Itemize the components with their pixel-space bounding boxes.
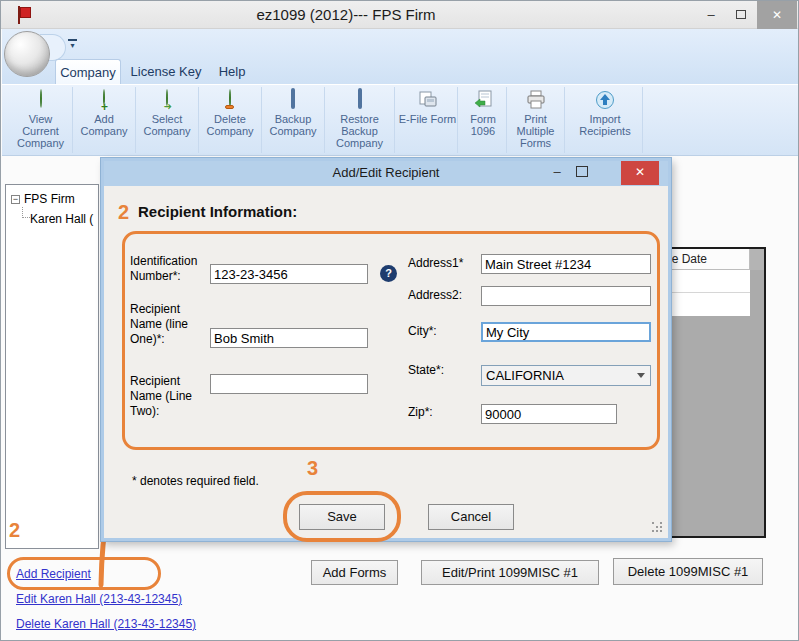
grid-column-header[interactable]: le Date xyxy=(666,249,750,270)
state-select[interactable]: CALIFORNIA xyxy=(481,365,651,386)
add-company-button[interactable]: + Add Company xyxy=(73,87,136,153)
recipient-name-two-input[interactable] xyxy=(210,374,368,394)
floppy-disk-icon xyxy=(283,90,303,110)
tree-node-fps-firm[interactable]: −FPS Firm xyxy=(11,192,75,206)
identification-number-input[interactable] xyxy=(210,264,368,284)
maximize-button[interactable] xyxy=(727,1,755,29)
efile-form-button[interactable]: E-File Form xyxy=(398,87,458,153)
form-arrow-icon xyxy=(473,90,493,110)
tree-node-karen-hall[interactable]: Karen Hall ( xyxy=(30,212,93,226)
dialog-title-bar: Add/Edit Recipient – ✕ xyxy=(104,161,668,186)
resize-grip[interactable] xyxy=(652,522,654,524)
recipient-name-one-input[interactable] xyxy=(210,328,368,348)
tree-connector xyxy=(22,207,30,218)
city-input[interactable] xyxy=(481,322,651,342)
close-button[interactable]: ✕ xyxy=(757,1,797,29)
annotation-step-2-label: 2 xyxy=(118,201,129,224)
zip-label: Zip*: xyxy=(408,405,433,420)
grid-row[interactable] xyxy=(666,293,750,316)
view-current-company-button[interactable]: View Current Company xyxy=(9,87,73,153)
printer-icon xyxy=(526,90,546,110)
globe-plus-icon: + xyxy=(94,90,114,110)
edit-print-1099misc-button[interactable]: Edit/Print 1099MISC #1 xyxy=(421,560,599,585)
minimize-button[interactable]: – xyxy=(697,1,725,29)
tab-help[interactable]: Help xyxy=(209,59,255,84)
address2-label: Address2: xyxy=(408,288,462,303)
globe-arrow-icon: ➜ xyxy=(157,90,177,110)
recipient-name-two-label: Recipient Name (Line Two): xyxy=(130,374,212,419)
annotation-step-2-label: 2 xyxy=(9,519,20,542)
grid-row[interactable] xyxy=(666,270,750,293)
dialog-maximize-button[interactable] xyxy=(576,166,588,177)
tree-collapse-icon[interactable]: − xyxy=(11,195,20,204)
ribbon-tabs: Company License Key Help xyxy=(1,59,798,84)
add-edit-recipient-dialog: Add/Edit Recipient – ✕ 2 Recipient Infor… xyxy=(101,158,671,541)
delete-recipient-link[interactable]: Delete Karen Hall (213-43-12345) xyxy=(16,617,196,631)
dialog-heading: Recipient Information: xyxy=(138,203,297,220)
edit-recipient-link[interactable]: Edit Karen Hall (213-43-12345) xyxy=(16,592,182,606)
app-window: ez1099 (2012)--- FPS Firm – ✕ ▾ Company … xyxy=(0,0,799,641)
identification-number-label: Identification Number*: xyxy=(130,254,212,284)
city-label: City*: xyxy=(408,324,437,339)
forms-grid: le Date xyxy=(664,247,766,538)
add-forms-button[interactable]: Add Forms xyxy=(311,560,398,585)
floppy-disk-icon xyxy=(350,90,370,110)
tab-company[interactable]: Company xyxy=(55,59,121,84)
import-up-arrow-icon xyxy=(595,90,615,110)
help-icon[interactable]: ? xyxy=(380,265,397,282)
save-button[interactable]: Save xyxy=(299,504,385,530)
annotation-step-3-label: 3 xyxy=(307,457,318,480)
print-multiple-forms-button[interactable]: Print Multiple Forms xyxy=(507,87,565,153)
efile-icon xyxy=(418,90,438,110)
delete-company-button[interactable]: Delete Company xyxy=(199,87,262,153)
chevron-down-icon xyxy=(637,373,645,378)
dialog-minimize-button[interactable]: – xyxy=(542,161,572,185)
zip-input[interactable] xyxy=(481,404,617,424)
restore-backup-company-button[interactable]: Restore Backup Company xyxy=(325,87,395,153)
grid-header-cap xyxy=(750,249,764,270)
form-1096-button[interactable]: Form 1096 xyxy=(460,87,507,153)
select-company-button[interactable]: ➜ Select Company xyxy=(136,87,199,153)
backup-company-button[interactable]: Backup Company xyxy=(262,87,325,153)
dialog-close-button[interactable]: ✕ xyxy=(621,161,659,185)
globe-minus-icon xyxy=(220,90,240,110)
window-title: ez1099 (2012)--- FPS Firm xyxy=(1,6,691,23)
tab-license-key[interactable]: License Key xyxy=(127,59,205,84)
address1-input[interactable] xyxy=(481,254,651,274)
quick-access-dropdown-icon[interactable]: ▾ xyxy=(68,39,77,49)
state-label: State*: xyxy=(408,363,444,378)
delete-1099misc-button[interactable]: Delete 1099MISC #1 xyxy=(613,558,763,585)
address2-input[interactable] xyxy=(481,286,651,306)
required-field-note: * denotes required field. xyxy=(132,474,259,488)
title-bar: ez1099 (2012)--- FPS Firm – ✕ xyxy=(1,1,798,29)
address1-label: Address1* xyxy=(408,256,463,271)
ribbon-toolbar: View Current Company + Add Company ➜ Sel… xyxy=(2,84,799,156)
maximize-icon xyxy=(736,10,746,19)
cancel-button[interactable]: Cancel xyxy=(428,504,514,530)
company-tree-panel: −FPS Firm Karen Hall ( xyxy=(5,184,99,549)
recipient-name-one-label: Recipient Name (line One)*: xyxy=(130,302,212,347)
globe-icon xyxy=(31,90,51,110)
import-recipients-button[interactable]: Import Recipients xyxy=(568,87,643,153)
